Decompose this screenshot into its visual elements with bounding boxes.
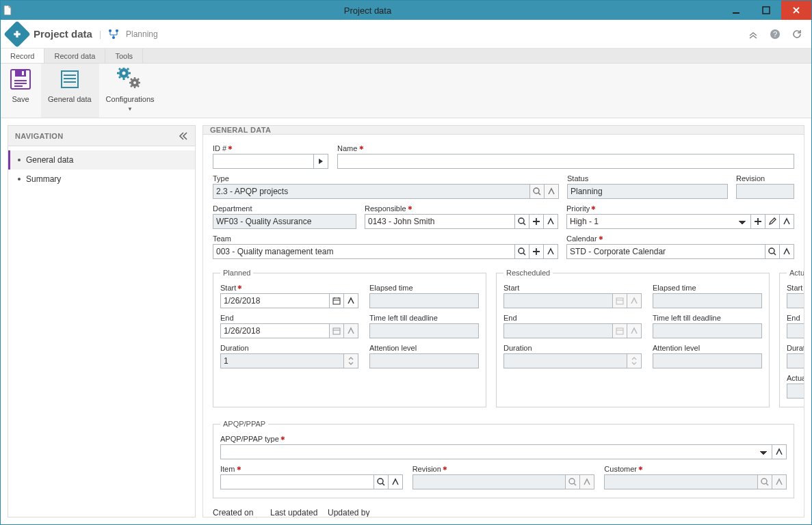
actual-group: Actual Start Elapsed time xyxy=(779,269,804,407)
customer-clear-button[interactable] xyxy=(772,474,787,489)
item-clear-button[interactable] xyxy=(388,474,403,489)
priority-add-button[interactable] xyxy=(750,214,765,229)
refresh-icon[interactable] xyxy=(789,27,804,42)
minimize-button[interactable] xyxy=(721,1,751,20)
priority-edit-button[interactable] xyxy=(765,214,780,229)
svg-rect-15 xyxy=(64,78,76,79)
responsible-input[interactable] xyxy=(365,214,515,229)
responsible-add-button[interactable] xyxy=(529,214,544,229)
gear-icon xyxy=(117,66,143,92)
team-input[interactable] xyxy=(213,244,515,259)
calendar-input[interactable] xyxy=(566,244,765,259)
window-controls xyxy=(721,1,811,20)
type-clear-button[interactable] xyxy=(544,184,559,199)
created-on-label: Created on xyxy=(213,508,261,517)
priority-clear-button[interactable] xyxy=(779,214,794,229)
nav-item-label: Summary xyxy=(26,174,61,184)
ribbon-tab-tools[interactable]: Tools xyxy=(105,49,143,63)
chevron-down-icon: ▼ xyxy=(127,106,133,112)
responsible-search-button[interactable] xyxy=(514,214,529,229)
collapse-ribbon-icon[interactable] xyxy=(746,27,761,42)
revision-input xyxy=(736,184,794,199)
planned-end-clear-button[interactable] xyxy=(343,323,358,338)
name-input[interactable] xyxy=(337,154,794,169)
planned-start-clear-button[interactable] xyxy=(343,293,358,308)
document-icon xyxy=(1,5,14,15)
last-updated-label: Last updated xyxy=(270,508,318,517)
calendar-icon[interactable] xyxy=(329,293,344,308)
planned-start-label: Start xyxy=(220,284,358,292)
calendar-search-button[interactable] xyxy=(765,244,780,259)
svg-line-24 xyxy=(127,68,129,70)
planned-start-input[interactable] xyxy=(220,293,330,308)
team-search-button[interactable] xyxy=(514,244,529,259)
svg-line-35 xyxy=(131,85,132,87)
navigation-title: NAVIGATION xyxy=(15,132,63,140)
type-search-button[interactable] xyxy=(529,184,545,199)
svg-rect-10 xyxy=(14,80,27,81)
team-add-button[interactable] xyxy=(529,244,544,259)
general-data-button[interactable]: General data xyxy=(41,64,99,118)
general-data-icon xyxy=(57,66,83,92)
svg-rect-8 xyxy=(15,70,26,77)
calendar-icon xyxy=(612,323,627,338)
planned-group: Planned Start Elaps xyxy=(213,269,486,407)
apqp-type-select[interactable] xyxy=(220,444,772,459)
titlebar: Project data xyxy=(1,1,811,20)
content-title: GENERAL DATA xyxy=(210,126,271,134)
svg-rect-49 xyxy=(333,328,340,334)
ribbon-tab-record-data[interactable]: Record data xyxy=(44,49,105,63)
nav-item-general-data[interactable]: General data xyxy=(8,150,195,170)
stepper-icon[interactable] xyxy=(343,353,358,368)
name-label: Name xyxy=(337,144,794,152)
svg-line-40 xyxy=(523,223,525,225)
status-label: Status xyxy=(567,174,728,183)
customer-search-button[interactable] xyxy=(757,474,772,489)
revision2-search-button[interactable] xyxy=(565,474,580,489)
status-input xyxy=(567,184,728,199)
item-label: Item xyxy=(220,465,403,473)
svg-point-43 xyxy=(769,248,774,254)
close-button[interactable] xyxy=(781,1,811,20)
svg-line-44 xyxy=(774,253,776,255)
team-clear-button[interactable] xyxy=(543,244,558,259)
collapse-nav-icon[interactable] xyxy=(179,132,188,140)
responsible-clear-button[interactable] xyxy=(543,214,558,229)
priority-label: Priority xyxy=(566,204,794,213)
item-search-button[interactable] xyxy=(374,474,389,489)
configurations-button[interactable]: Configurations ▼ xyxy=(99,64,162,118)
svg-rect-9 xyxy=(22,71,24,75)
help-icon[interactable]: ? xyxy=(768,27,783,42)
planned-legend: Planned xyxy=(220,269,253,277)
save-button[interactable]: Save xyxy=(1,64,41,118)
planned-end-input[interactable] xyxy=(220,323,330,338)
main: NAVIGATION General data Summary GENERAL … xyxy=(1,118,811,524)
nav-item-summary[interactable]: Summary xyxy=(8,170,195,189)
stepper-icon xyxy=(627,353,642,368)
svg-line-64 xyxy=(766,483,768,485)
revision-label: Revision xyxy=(736,174,794,183)
ribbon-body: Save General data Configurations ▼ xyxy=(1,64,811,118)
general-data-label: General data xyxy=(48,95,92,103)
revision2-clear-button[interactable] xyxy=(579,474,594,489)
svg-line-62 xyxy=(574,483,576,485)
id-next-button[interactable] xyxy=(313,154,328,169)
configurations-label: Configurations xyxy=(106,95,155,103)
calendar-icon[interactable] xyxy=(329,323,344,338)
item-input[interactable] xyxy=(220,474,374,489)
priority-select[interactable]: High - 1 xyxy=(566,214,751,229)
customer-label: Customer xyxy=(604,465,787,473)
rescheduled-timeleft-input xyxy=(653,323,762,338)
svg-rect-14 xyxy=(64,75,76,76)
apqp-type-clear-button[interactable] xyxy=(772,444,787,459)
department-input xyxy=(213,214,356,229)
rescheduled-elapsed-input xyxy=(653,293,762,308)
clear-icon xyxy=(627,293,642,308)
actual-end-input xyxy=(787,323,804,338)
id-input[interactable] xyxy=(213,154,314,169)
save-label: Save xyxy=(12,95,29,103)
ribbon-tab-record[interactable]: Record xyxy=(1,49,44,63)
maximize-button[interactable] xyxy=(751,1,781,20)
ribbon-tabs: Record Record data Tools xyxy=(1,49,811,64)
calendar-clear-button[interactable] xyxy=(779,244,794,259)
